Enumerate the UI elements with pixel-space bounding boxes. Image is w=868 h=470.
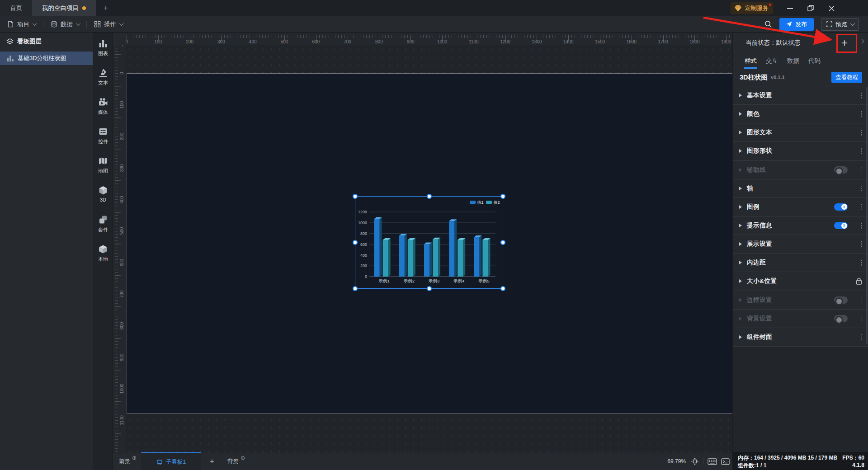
section-toggle[interactable] xyxy=(834,315,848,322)
kebab-menu-icon[interactable] xyxy=(861,223,862,229)
add-background-icon[interactable]: ⊕ xyxy=(241,455,245,461)
subboard-tab[interactable]: 子看板1 xyxy=(141,452,201,470)
tab-interaction[interactable]: 交互 xyxy=(765,53,778,69)
selected-chart-component[interactable]: 020040060080010001200示例1示例2示例3示例4示例5值1值2 xyxy=(355,196,503,289)
section-label: 组件封面 xyxy=(747,333,772,341)
layer-item-label: 基础3D分组柱状图 xyxy=(18,54,66,62)
premium-service-button[interactable]: 定制服务 xyxy=(731,2,773,14)
close-icon[interactable] xyxy=(821,0,842,16)
publish-button[interactable]: 发布 xyxy=(779,18,814,31)
add-foreground-icon[interactable]: ⊕ xyxy=(132,455,137,461)
inspector-section-row[interactable]: 内边距 xyxy=(733,254,868,272)
search-icon[interactable] xyxy=(764,20,772,28)
zoom-level[interactable]: 69.79% xyxy=(667,458,686,465)
tab-data[interactable]: 数据 xyxy=(787,53,800,69)
toolbox-item-widgets[interactable]: 控件 xyxy=(93,127,113,145)
kebab-menu-icon[interactable] xyxy=(861,167,862,173)
section-label: 提示信息 xyxy=(747,221,772,230)
toolbox-item-kits[interactable]: 套件 xyxy=(93,215,113,233)
add-subboard-button[interactable]: + xyxy=(203,452,222,470)
kebab-menu-icon[interactable] xyxy=(861,130,862,136)
svg-text:值2: 值2 xyxy=(493,200,500,205)
section-toggle[interactable] xyxy=(834,203,848,211)
lock-icon[interactable] xyxy=(855,277,863,285)
toolbox-item-3d[interactable]: 3D xyxy=(93,185,113,202)
chevron-down-icon xyxy=(33,21,37,26)
minimize-button[interactable] xyxy=(779,0,800,16)
tab-home[interactable]: 首页 xyxy=(0,0,32,16)
svg-text:示例3: 示例3 xyxy=(429,278,439,283)
local-box-icon xyxy=(98,244,108,254)
resize-handle-ne[interactable] xyxy=(500,194,505,199)
inspector-section-row[interactable]: 组件封面 xyxy=(733,328,868,347)
inspector-scrollbar[interactable] xyxy=(866,87,868,344)
section-toggle[interactable] xyxy=(834,166,848,174)
inspector-section-row[interactable]: 图例 xyxy=(733,198,868,216)
toolbox-item-map[interactable]: 地图 xyxy=(93,156,113,174)
section-toggle[interactable] xyxy=(834,296,848,304)
toolbox-label: 3D xyxy=(100,197,106,202)
kebab-menu-icon[interactable] xyxy=(861,334,862,340)
menu-operations[interactable]: 操作 xyxy=(87,16,130,32)
chevron-down-icon xyxy=(119,21,124,26)
toolbox-item-local[interactable]: 本地 xyxy=(93,244,113,263)
resize-handle-se[interactable] xyxy=(500,286,505,291)
menu-data[interactable]: 数据 xyxy=(43,16,86,32)
tab-project[interactable]: 我的空白项目 xyxy=(32,0,96,16)
inspector-section-row[interactable]: 背景设置 xyxy=(733,310,868,328)
inspector-section-row[interactable]: 辅助线 xyxy=(733,161,868,179)
background-label[interactable]: 背景 xyxy=(227,458,239,465)
layer-item-selected[interactable]: 基础3D分组柱状图 xyxy=(0,52,93,65)
kebab-menu-icon[interactable] xyxy=(861,93,862,99)
ruler-corner xyxy=(113,33,126,45)
toolbox-label: 媒体 xyxy=(98,109,108,116)
inspector-section-row[interactable]: 展示设置 xyxy=(733,235,868,254)
toolbox-item-media[interactable]: 媒体 xyxy=(93,97,113,116)
inspector-section-row[interactable]: 边框设置 xyxy=(733,291,868,310)
resize-handle-sw[interactable] xyxy=(353,286,358,291)
resize-handle-n[interactable] xyxy=(427,194,432,199)
inspector-section-row[interactable]: 图形文本 xyxy=(733,123,868,142)
section-toggle[interactable] xyxy=(834,222,848,229)
chevron-right-icon[interactable] xyxy=(860,39,864,44)
foreground-label[interactable]: 前景 xyxy=(119,458,130,465)
tab-style[interactable]: 样式 xyxy=(744,53,757,69)
kebab-menu-icon[interactable] xyxy=(861,204,862,210)
kebab-menu-icon[interactable] xyxy=(861,241,862,247)
inspector-section-row[interactable]: 颜色 xyxy=(733,105,868,123)
canvas-area[interactable]: 0100200300400500600700800900100011001200… xyxy=(113,33,732,452)
fit-view-icon[interactable] xyxy=(691,457,699,465)
caret-right-icon xyxy=(739,242,742,246)
toolbox-item-text[interactable]: 文本 xyxy=(93,68,113,86)
tab-project-label: 我的空白项目 xyxy=(42,4,79,12)
toolbox-item-charts[interactable]: 图表 xyxy=(93,38,113,57)
preview-button[interactable]: 预览 xyxy=(821,18,859,31)
new-tab-button[interactable]: + xyxy=(96,0,116,16)
maximize-button[interactable] xyxy=(800,0,821,16)
inspector-section-row[interactable]: 大小&位置 xyxy=(733,272,868,291)
kebab-menu-icon[interactable] xyxy=(861,260,862,266)
bottom-bar: 前景 ⊕ 子看板1 + 背景 ⊕ 69.79% xyxy=(113,452,732,470)
kebab-menu-icon[interactable] xyxy=(861,111,862,117)
kebab-menu-icon[interactable] xyxy=(861,297,862,303)
kebab-menu-icon[interactable] xyxy=(861,316,862,322)
resize-handle-e[interactable] xyxy=(500,240,505,245)
inspector-section-row[interactable]: 基本设置 xyxy=(733,86,868,105)
fullscreen-icon xyxy=(826,21,832,27)
resize-handle-w[interactable] xyxy=(353,240,358,245)
fps-label: FPS： xyxy=(842,455,858,461)
kebab-menu-icon[interactable] xyxy=(861,186,862,192)
view-tutorial-button[interactable]: 查看教程 xyxy=(831,72,862,83)
terminal-icon[interactable] xyxy=(721,458,730,465)
keyboard-icon[interactable] xyxy=(708,458,717,465)
tab-code[interactable]: 代码 xyxy=(808,53,821,69)
resize-handle-nw[interactable] xyxy=(353,194,358,199)
kebab-menu-icon[interactable] xyxy=(861,148,862,154)
status-bar: 内存：164 / 3925 / 4096 MB 15 / 179 MB FPS：… xyxy=(732,452,868,470)
inspector-section-row[interactable]: 轴 xyxy=(733,179,868,198)
add-state-button[interactable]: + xyxy=(835,34,854,52)
resize-handle-s[interactable] xyxy=(427,286,432,291)
inspector-section-row[interactable]: 图形形状 xyxy=(733,142,868,160)
menu-project[interactable]: 项目 xyxy=(0,16,43,32)
inspector-section-row[interactable]: 提示信息 xyxy=(733,216,868,235)
